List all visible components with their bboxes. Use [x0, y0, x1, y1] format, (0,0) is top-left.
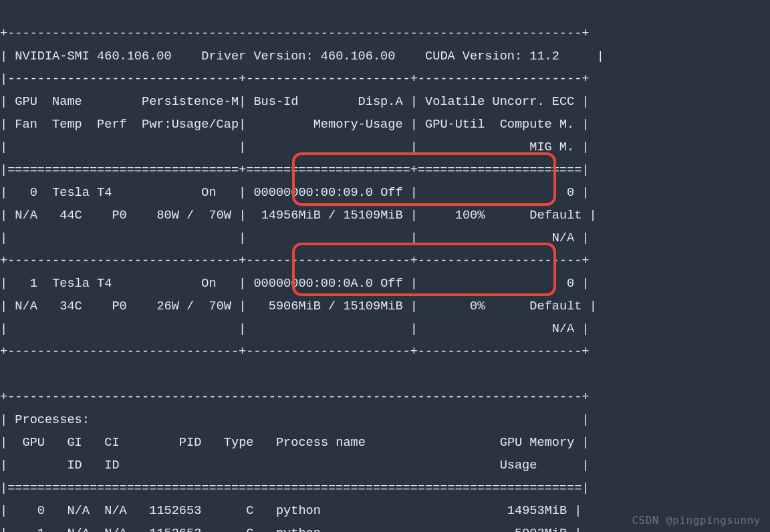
gpu0-mem: 14956MiB / 15109MiB: [261, 209, 403, 223]
gpu0-perf: P0: [112, 209, 126, 223]
p0-gpu: 0: [37, 504, 45, 518]
p0-mem: 14953MiB: [507, 504, 567, 518]
gpu0-idx: 0: [30, 186, 37, 200]
hdr-r3-r: MIG M.: [529, 140, 574, 154]
ph-gi: GI: [67, 436, 82, 450]
cuda-version: CUDA Version: 11.2: [425, 49, 559, 63]
ph-type: Type: [224, 436, 254, 450]
gpu1-bus: 00000000:00:0A.0: [253, 277, 373, 291]
p1-mem: 5903MiB: [515, 527, 567, 532]
p1-type: C: [246, 527, 253, 532]
hdr-r2-r: GPU-Util Compute M.: [425, 118, 574, 132]
hr-top: +---------------------------------------…: [0, 27, 590, 41]
gpu1-perf: P0: [112, 299, 126, 313]
hdr-r1-r: Volatile Uncorr. ECC: [425, 95, 574, 109]
gpu1-fan: N/A: [15, 299, 37, 313]
hdr-r2-l: Fan Temp Perf Pwr:Usage/Cap: [15, 118, 239, 132]
gpu0-mig: N/A: [552, 231, 574, 245]
gpu0-temp: 44C: [59, 209, 82, 223]
gpu1-mig: N/A: [552, 322, 574, 336]
gpu0-name: Tesla T4: [52, 186, 112, 200]
p1-name: python: [276, 527, 321, 532]
ph-usage: Usage: [500, 458, 537, 473]
hdr-r1-m: Bus-Id Disp.A: [253, 95, 402, 109]
ph-id2: ID: [104, 458, 119, 473]
gpu1-disp: Off: [380, 277, 402, 291]
hdr-r2-m: Memory-Usage: [313, 118, 403, 132]
gpu1-temp: 34C: [59, 299, 82, 313]
gpu0-ecc: 0: [567, 186, 574, 200]
gpu1-comp: Default: [529, 299, 582, 313]
ph-mem: GPU Memory: [500, 436, 575, 450]
gpu1-mem: 5906MiB / 15109MiB: [269, 299, 403, 313]
gpu0-fan: N/A: [15, 209, 37, 223]
p0-name: python: [276, 504, 321, 518]
gpu0-comp: Default: [529, 209, 582, 223]
gpu1-pwr: 26W / 70W: [156, 299, 231, 313]
p1-gpu: 1: [37, 527, 45, 532]
p1-pid: 1152653: [149, 527, 201, 532]
watermark: CSDN @pingpingsunny: [632, 514, 761, 527]
driver-version: Driver Version: 460.106.00: [201, 49, 395, 63]
gpu1-ecc: 0: [567, 277, 574, 291]
hdr-r1-l: GPU Name Persistence-M: [15, 95, 239, 109]
gpu0-disp: Off: [380, 186, 402, 200]
p0-gi: N/A: [67, 504, 89, 518]
ph-gpu: GPU: [22, 436, 44, 450]
gpu1-name: Tesla T4: [52, 277, 112, 291]
gpu1-util: 0%: [470, 299, 485, 313]
gpu1-idx: 1: [30, 277, 37, 291]
ph-id1: ID: [67, 458, 82, 473]
proc-title: Processes:: [15, 413, 90, 427]
ph-pname: Process name: [276, 436, 366, 450]
p1-ci: N/A: [104, 527, 126, 532]
gpu0-pwr: 80W / 70W: [156, 209, 231, 223]
gpu1-pers: On: [201, 277, 216, 291]
p0-type: C: [246, 504, 253, 518]
gpu0-pers: On: [201, 186, 216, 200]
p1-gi: N/A: [67, 527, 89, 532]
gpu0-util: 100%: [455, 209, 485, 223]
p0-pid: 1152653: [149, 504, 201, 518]
ph-pid: PID: [179, 436, 201, 450]
nvidia-smi-version: NVIDIA-SMI 460.106.00: [15, 49, 171, 63]
nvidia-smi-output: +---------------------------------------…: [0, 0, 604, 532]
ph-ci: CI: [104, 436, 119, 450]
gpu0-bus: 00000000:00:09.0: [253, 186, 373, 200]
p0-ci: N/A: [104, 504, 126, 518]
